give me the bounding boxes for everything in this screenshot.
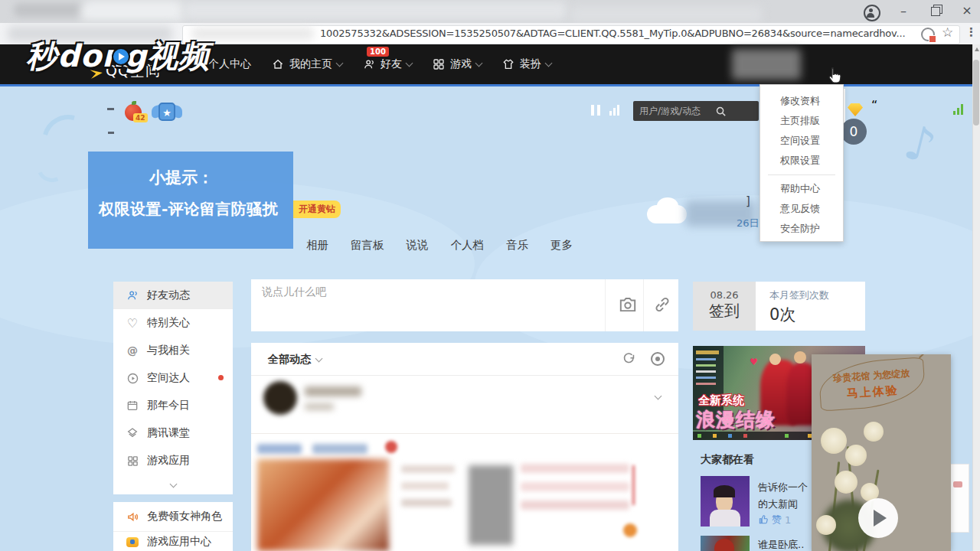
sidebar-label: 特别关心 xyxy=(147,316,190,330)
yellow-diamond-icon[interactable] xyxy=(848,103,863,116)
activity-chart-icon[interactable] xyxy=(609,105,619,116)
menu-item-help-center[interactable]: 帮助中心 xyxy=(760,179,843,199)
nav-dress-up[interactable]: 装扮 xyxy=(501,57,551,71)
composer-input[interactable]: 说点儿什么吧 xyxy=(262,285,326,299)
search-input[interactable] xyxy=(633,101,759,121)
flower-decoration xyxy=(816,515,836,535)
sidebar-item-game-apps[interactable]: 游戏应用 xyxy=(113,447,233,474)
play-button[interactable] xyxy=(858,498,898,538)
tip-body: 权限设置-评论留言防骚扰 xyxy=(99,199,293,220)
tab-message-board[interactable]: 留言板 xyxy=(351,238,384,253)
friends-icon xyxy=(362,57,376,71)
like-button[interactable]: 赞 1 xyxy=(758,513,791,527)
sidebar-item-tencent-classroom[interactable]: 腾讯课堂 xyxy=(113,419,233,447)
sidebar-expand-button[interactable] xyxy=(113,474,233,494)
menu-item-security[interactable]: 安全防护 xyxy=(760,219,843,239)
scrollbar-up-arrow[interactable] xyxy=(975,47,979,51)
camera-icon[interactable] xyxy=(617,295,639,318)
signin-button[interactable]: 08.26 签到 xyxy=(693,282,756,331)
sidebar-label: 游戏应用中心 xyxy=(147,535,211,549)
red-dot-badge xyxy=(218,375,224,380)
feed-settings-icon[interactable] xyxy=(651,352,665,366)
bracket-fragment: ] xyxy=(746,194,750,208)
like-count: 1 xyxy=(785,514,791,526)
watch-item-thumbnail[interactable] xyxy=(701,476,750,527)
scrollbar-thumb[interactable] xyxy=(973,60,979,126)
tab-shuoshuo[interactable]: 说说 xyxy=(407,238,429,253)
pause-icon[interactable] xyxy=(591,105,600,116)
post-collapse-chevron[interactable] xyxy=(655,387,661,402)
sidebar-item-free-goddess[interactable]: 免费领女神角色 xyxy=(113,502,233,532)
date-fragment: 26日 xyxy=(737,217,760,230)
refresh-icon[interactable] xyxy=(622,351,636,369)
tab-bar-smudge-2 xyxy=(570,6,762,23)
video-tip-box: 小提示： 权限设置-评论留言防骚扰 xyxy=(88,152,293,249)
nav-games[interactable]: 游戏 xyxy=(432,57,482,71)
sidebar-item-special-care[interactable]: ♡ 特别关心 xyxy=(113,309,233,337)
signin-date: 08.26 xyxy=(693,289,756,301)
post-badge-blurred xyxy=(385,441,397,453)
sidebar-item-friend-feed[interactable]: 好友动态 xyxy=(113,282,233,309)
watch-item-title-line1[interactable]: 告诉你一个 xyxy=(758,481,808,494)
watch-item2-thumbnail[interactable] xyxy=(701,536,750,551)
menu-item-edit-profile[interactable]: 修改资料 xyxy=(760,91,843,111)
sidebar-label: 腾讯课堂 xyxy=(147,426,190,440)
leaf-badge: 珍贵花馆 为您绽放 马上体验 xyxy=(818,357,926,411)
sidebar-label: 免费领女神角色 xyxy=(147,510,222,523)
tab-album[interactable]: 相册 xyxy=(306,238,328,253)
chevron-down-icon xyxy=(336,59,344,67)
link-icon[interactable] xyxy=(652,295,672,318)
content-blocked-icon[interactable] xyxy=(921,28,935,41)
post-attachment-blurred xyxy=(469,465,513,545)
browser-tab-bar: – × xyxy=(0,0,980,23)
feed-filter-dropdown[interactable]: 全部动态 xyxy=(268,353,322,367)
horn-icon xyxy=(126,510,139,523)
sidebar-item-space-talent[interactable]: 空间达人 xyxy=(113,364,233,392)
tab-more[interactable]: 更多 xyxy=(550,238,573,253)
url-text[interactable]: 1002575332&ADSESSION=1535250507&ADTAG=CL… xyxy=(320,28,905,39)
menu-item-space-settings[interactable]: 空间设置 xyxy=(760,131,843,151)
level-wing-badge-icon[interactable]: ★ xyxy=(152,101,182,124)
grid-icon xyxy=(432,57,446,71)
nav-label: 装扮 xyxy=(520,57,541,71)
search-icon[interactable] xyxy=(715,106,727,120)
browser-menu-icon[interactable]: ⋮ xyxy=(965,25,977,39)
browser-profile-icon[interactable] xyxy=(864,5,880,21)
music-note-decoration: ♪ xyxy=(899,113,942,174)
chevron-down-icon xyxy=(545,59,553,67)
watch-item-title-line2[interactable]: 的大新闻 xyxy=(758,497,798,511)
dash-decoration xyxy=(107,108,114,110)
menu-divider xyxy=(768,174,835,175)
signin-widget: 08.26 签到 本月签到次数 0次 xyxy=(693,282,865,331)
post-avatar-blurred[interactable] xyxy=(263,381,297,415)
sidebar-item-that-year-today[interactable]: 那年今日 xyxy=(113,392,233,419)
tab-profile-doc[interactable]: 个人档 xyxy=(451,238,485,253)
nav-my-home[interactable]: 我的主页 xyxy=(271,57,342,71)
watch-section-title: 大家都在看 xyxy=(701,453,754,467)
tab-music[interactable]: 音乐 xyxy=(506,238,528,253)
close-button[interactable]: × xyxy=(956,1,978,21)
menu-item-home-layout[interactable]: 主页排版 xyxy=(760,111,843,131)
sidebar-item-game-center[interactable]: 游戏应用中心 xyxy=(113,532,233,551)
notification-count-badge[interactable]: 0 xyxy=(841,119,867,145)
menu-item-feedback[interactable]: 意见反馈 xyxy=(760,199,843,219)
open-yellow-diamond-button[interactable]: 开通黄钻 xyxy=(293,201,341,218)
sidebar-label: 空间达人 xyxy=(147,371,190,385)
browser-tab-active-blurred[interactable] xyxy=(80,0,184,21)
minimize-button[interactable]: – xyxy=(892,2,915,21)
home-icon xyxy=(271,57,285,71)
browser-tab-blurred[interactable] xyxy=(14,3,90,17)
widget-sliver xyxy=(948,464,969,533)
watermark-play-icon xyxy=(112,47,130,66)
at-icon: @ xyxy=(126,344,139,357)
bookmark-star-icon[interactable]: ☆ xyxy=(942,24,953,40)
watch-item2-title[interactable]: 谁是卧底.. xyxy=(758,538,804,551)
sidebar-item-related-to-me[interactable]: @ 与我相关 xyxy=(113,337,233,364)
restore-button[interactable] xyxy=(931,7,940,16)
nav-friends[interactable]: 100 好友 xyxy=(362,57,412,71)
feed-panel: 全部动态 xyxy=(251,343,678,551)
post-meta-blurred xyxy=(305,403,334,410)
level-number-badge: 42 xyxy=(133,113,148,122)
signal-bars-icon[interactable] xyxy=(953,104,963,115)
menu-item-permission-settings[interactable]: 权限设置 xyxy=(760,151,843,171)
